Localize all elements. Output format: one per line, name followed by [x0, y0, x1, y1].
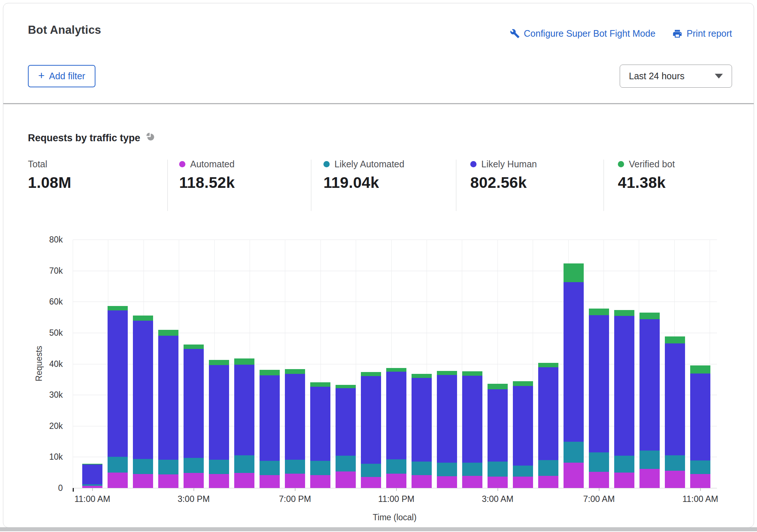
bar-segment-automated[interactable] — [260, 475, 280, 488]
bar-segment-automated[interactable] — [234, 473, 254, 488]
bar-segment-likely-human[interactable] — [665, 343, 685, 455]
bar-segment-verified-bot[interactable] — [437, 371, 457, 375]
bar-segment-likely-automated[interactable] — [310, 461, 330, 475]
bar-segment-likely-automated[interactable] — [133, 459, 153, 474]
bar-segment-likely-automated[interactable] — [437, 463, 457, 476]
bar-segment-automated[interactable] — [690, 474, 710, 488]
bar-15[interactable] — [462, 240, 482, 488]
bar-segment-automated[interactable] — [361, 477, 381, 488]
bar-segment-automated[interactable] — [564, 463, 584, 488]
bar-segment-automated[interactable] — [108, 473, 128, 488]
bar-segment-likely-automated[interactable] — [234, 455, 254, 473]
bar-segment-verified-bot[interactable] — [285, 369, 305, 374]
bar-10[interactable] — [336, 240, 356, 488]
bar-segment-automated[interactable] — [462, 476, 482, 488]
bar-segment-automated[interactable] — [285, 474, 305, 488]
bar-segment-likely-human[interactable] — [412, 378, 432, 462]
bar-segment-verified-bot[interactable] — [564, 263, 584, 282]
bar-segment-likely-human[interactable] — [437, 375, 457, 463]
bar-segment-likely-automated[interactable] — [260, 461, 280, 475]
bar-segment-verified-bot[interactable] — [513, 381, 533, 386]
bar-segment-likely-human[interactable] — [336, 388, 356, 456]
bar-segment-automated[interactable] — [513, 477, 533, 488]
bar-segment-likely-automated[interactable] — [538, 460, 558, 476]
bar-22[interactable] — [640, 240, 660, 488]
bar-segment-likely-human[interactable] — [310, 387, 330, 460]
bar-segment-likely-automated[interactable] — [690, 460, 710, 474]
bar-segment-likely-automated[interactable] — [361, 464, 381, 477]
bar-13[interactable] — [412, 240, 432, 488]
time-range-select[interactable]: Last 24 hours — [620, 65, 732, 88]
bar-segment-likely-automated[interactable] — [386, 459, 406, 474]
bar-19[interactable] — [564, 240, 584, 488]
bar-segment-likely-human[interactable] — [209, 365, 229, 460]
bar-segment-automated[interactable] — [538, 476, 558, 488]
bar-segment-verified-bot[interactable] — [589, 309, 609, 315]
bar-segment-automated[interactable] — [209, 474, 229, 488]
bar-1[interactable] — [108, 240, 128, 488]
bar-segment-automated[interactable] — [412, 475, 432, 488]
bar-segment-verified-bot[interactable] — [133, 316, 153, 321]
bar-segment-verified-bot[interactable] — [234, 358, 254, 365]
bar-segment-likely-automated[interactable] — [412, 462, 432, 475]
bar-segment-automated[interactable] — [437, 476, 457, 488]
bar-segment-likely-human[interactable] — [133, 321, 153, 459]
bar-segment-likely-automated[interactable] — [82, 484, 102, 486]
bar-segment-likely-automated[interactable] — [209, 460, 229, 474]
bar-18[interactable] — [538, 240, 558, 488]
bar-16[interactable] — [488, 240, 508, 488]
bar-segment-verified-bot[interactable] — [386, 368, 406, 372]
bar-segment-likely-human[interactable] — [614, 316, 634, 456]
bar-segment-verified-bot[interactable] — [462, 371, 482, 376]
bar-17[interactable] — [513, 240, 533, 488]
bar-segment-verified-bot[interactable] — [488, 384, 508, 389]
bar-7[interactable] — [260, 240, 280, 488]
bar-segment-likely-automated[interactable] — [184, 458, 204, 473]
bar-segment-likely-human[interactable] — [234, 365, 254, 455]
bar-segment-likely-automated[interactable] — [158, 460, 178, 474]
bar-11[interactable] — [361, 240, 381, 488]
bar-segment-verified-bot[interactable] — [209, 360, 229, 365]
bar-segment-likely-automated[interactable] — [665, 455, 685, 471]
bar-segment-likely-human[interactable] — [589, 315, 609, 452]
bar-segment-automated[interactable] — [336, 471, 356, 488]
configure-super-bot-fight-mode-link[interactable]: Configure Super Bot Fight Mode — [510, 28, 656, 39]
bar-segment-verified-bot[interactable] — [184, 345, 204, 349]
bar-segment-automated[interactable] — [589, 472, 609, 488]
bar-segment-likely-human[interactable] — [82, 464, 102, 484]
bar-segment-automated[interactable] — [158, 474, 178, 488]
bar-segment-verified-bot[interactable] — [158, 330, 178, 335]
bar-segment-likely-human[interactable] — [488, 389, 508, 462]
bar-6[interactable] — [234, 240, 254, 488]
bar-segment-likely-human[interactable] — [361, 376, 381, 464]
bar-segment-likely-human[interactable] — [108, 310, 128, 457]
bar-segment-verified-bot[interactable] — [336, 385, 356, 388]
bar-14[interactable] — [437, 240, 457, 488]
bar-segment-likely-human[interactable] — [564, 282, 584, 442]
add-filter-button[interactable]: + Add filter — [28, 65, 95, 87]
bar-segment-likely-automated[interactable] — [488, 462, 508, 477]
bar-5[interactable] — [209, 240, 229, 488]
bar-segment-verified-bot[interactable] — [82, 464, 102, 464]
bar-segment-likely-human[interactable] — [538, 367, 558, 460]
bar-3[interactable] — [158, 240, 178, 488]
bar-segment-likely-automated[interactable] — [462, 463, 482, 476]
bar-12[interactable] — [386, 240, 406, 488]
bar-segment-verified-bot[interactable] — [412, 374, 432, 378]
bar-segment-likely-automated[interactable] — [285, 460, 305, 474]
bar-segment-likely-human[interactable] — [640, 319, 660, 451]
bar-segment-automated[interactable] — [640, 469, 660, 488]
bar-0[interactable] — [82, 240, 102, 488]
bar-9[interactable] — [310, 240, 330, 488]
bar-segment-verified-bot[interactable] — [108, 306, 128, 310]
bar-segment-automated[interactable] — [665, 471, 685, 488]
bar-segment-automated[interactable] — [184, 473, 204, 488]
bar-segment-verified-bot[interactable] — [665, 336, 685, 343]
bar-20[interactable] — [589, 240, 609, 488]
bar-segment-likely-human[interactable] — [513, 386, 533, 466]
bar-segment-likely-automated[interactable] — [640, 451, 660, 469]
bar-23[interactable] — [665, 240, 685, 488]
bar-segment-verified-bot[interactable] — [690, 365, 710, 374]
bar-segment-verified-bot[interactable] — [361, 372, 381, 376]
bar-segment-likely-human[interactable] — [386, 372, 406, 459]
